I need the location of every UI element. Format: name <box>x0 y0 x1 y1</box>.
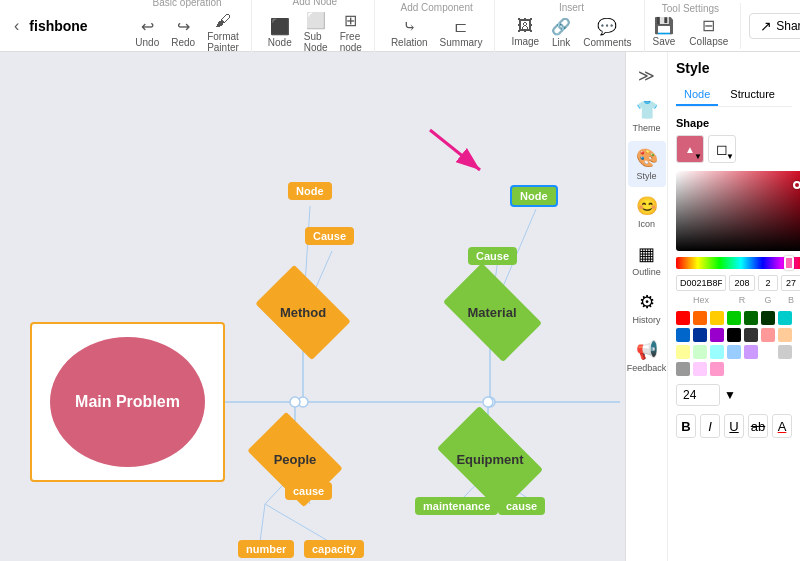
color-swatch[interactable] <box>710 328 724 342</box>
font-size-down-icon[interactable]: ▼ <box>724 388 736 402</box>
color-swatch[interactable] <box>693 345 707 359</box>
strikethrough-button[interactable]: ab <box>748 414 768 438</box>
undo-button[interactable]: ↩ Undo <box>131 15 163 50</box>
image-button[interactable]: 🖼 Image <box>507 15 543 49</box>
cause1-label: Cause <box>313 230 346 242</box>
share-button[interactable]: ↗ Share <box>749 13 800 39</box>
node-button[interactable]: ⬛ Node <box>264 15 296 50</box>
cause4-node[interactable]: cause <box>498 497 545 515</box>
color-swatch[interactable] <box>761 328 775 342</box>
b-input[interactable] <box>781 275 800 291</box>
color-swatch[interactable] <box>761 345 775 359</box>
node2-node[interactable]: Node <box>510 185 558 207</box>
font-color-button[interactable]: A <box>772 414 792 438</box>
add-component-label: Add Component <box>401 2 473 13</box>
collapse-label: Collapse <box>689 36 728 47</box>
panel-tabs: Node Structure <box>676 84 792 107</box>
history-icon: ⚙ <box>639 291 655 313</box>
color-swatch[interactable] <box>710 311 724 325</box>
underline-button[interactable]: U <box>724 414 744 438</box>
redo-button[interactable]: ↪ Redo <box>167 15 199 50</box>
color-swatch[interactable] <box>778 345 792 359</box>
color-swatch[interactable] <box>676 311 690 325</box>
capacity-label: capacity <box>312 543 356 555</box>
collapse-button[interactable]: ⊟ Collapse <box>685 14 732 49</box>
color-swatch[interactable] <box>676 345 690 359</box>
hex-label: Hex <box>676 295 726 305</box>
tab-structure[interactable]: Structure <box>722 84 783 106</box>
free-node-button[interactable]: ⊞ Free node <box>336 9 366 55</box>
hex-input[interactable] <box>676 275 726 291</box>
color-swatch[interactable] <box>744 345 758 359</box>
color-spectrum[interactable] <box>676 257 800 269</box>
cause1-node[interactable]: Cause <box>305 227 354 245</box>
back-button[interactable]: ‹ <box>8 13 25 39</box>
bold-button[interactable]: B <box>676 414 696 438</box>
color-swatch[interactable] <box>693 362 707 376</box>
canvas[interactable]: Main Problem Method Material People Equi… <box>0 52 625 561</box>
format-painter-icon: 🖌 <box>215 12 231 30</box>
panel-icon-theme[interactable]: 👕 Theme <box>628 93 666 139</box>
panel-icon-icon[interactable]: 😊 Icon <box>628 189 666 235</box>
material-node[interactable]: Material <box>432 277 552 347</box>
color-swatch[interactable] <box>676 328 690 342</box>
color-swatch[interactable] <box>761 311 775 325</box>
color-swatch[interactable] <box>744 328 758 342</box>
icon-icon: 😊 <box>636 195 658 217</box>
panel-icon-style[interactable]: 🎨 Style <box>628 141 666 187</box>
italic-button[interactable]: I <box>700 414 720 438</box>
sub-node-button[interactable]: ⬜ Sub Node <box>300 9 332 55</box>
color-picker-area[interactable] <box>676 171 800 251</box>
panel-expand-button[interactable]: ≫ <box>632 60 661 91</box>
cause3-node[interactable]: cause <box>285 482 332 500</box>
link-button[interactable]: 🔗 Link <box>547 15 575 50</box>
font-style-row: B I U ab A <box>676 414 792 438</box>
save-button[interactable]: 💾 Save <box>649 14 680 49</box>
redo-label: Redo <box>171 37 195 48</box>
panel-icon-history[interactable]: ⚙ History <box>628 285 666 331</box>
color-swatch[interactable] <box>744 311 758 325</box>
fill-color-button[interactable]: ▲ ▼ <box>676 135 704 163</box>
r-input[interactable] <box>729 275 755 291</box>
equipment-node[interactable]: Equipment <box>425 424 555 494</box>
capacity-node[interactable]: capacity <box>304 540 364 558</box>
sub-node-label: Sub Node <box>304 31 328 53</box>
color-swatch[interactable] <box>727 345 741 359</box>
color-swatch[interactable] <box>710 362 724 376</box>
color-swatch[interactable] <box>727 328 741 342</box>
link-icon: 🔗 <box>551 17 571 36</box>
color-swatch[interactable] <box>727 311 741 325</box>
arrow-indicator <box>420 120 500 183</box>
node-label: Node <box>268 37 292 48</box>
border-color-button[interactable]: ◻ ▼ <box>708 135 736 163</box>
font-size-input[interactable] <box>676 384 720 406</box>
node1-node[interactable]: Node <box>288 182 332 200</box>
tab-node[interactable]: Node <box>676 84 718 106</box>
relation-button[interactable]: ⤷ Relation <box>387 15 432 50</box>
panel-icon-outline[interactable]: ▦ Outline <box>628 237 666 283</box>
maintenance-node[interactable]: maintenance <box>415 497 498 515</box>
basic-op-items: ↩ Undo ↪ Redo 🖌 Format Painter <box>131 10 243 55</box>
color-swatch[interactable] <box>778 311 792 325</box>
color-swatch[interactable] <box>693 328 707 342</box>
g-input[interactable] <box>758 275 778 291</box>
format-painter-button[interactable]: 🖌 Format Painter <box>203 10 243 55</box>
panel-content: Style Node Structure Shape ▲ ▼ ◻ ▼ <box>668 52 800 561</box>
panel-icon-feedback[interactable]: 📢 Feedback <box>628 333 666 379</box>
basic-op-label: Basic operation <box>153 0 222 8</box>
color-swatch[interactable] <box>693 311 707 325</box>
method-node[interactable]: Method <box>248 277 358 347</box>
number-node[interactable]: number <box>238 540 294 558</box>
summary-button[interactable]: ⊏ Summary <box>436 15 487 50</box>
comments-button[interactable]: 💬 Comments <box>579 15 635 50</box>
color-swatch[interactable] <box>778 328 792 342</box>
color-swatch[interactable] <box>710 345 724 359</box>
toolbar-group-basic: Basic operation ↩ Undo ↪ Redo 🖌 Format P… <box>123 0 252 57</box>
color-swatch[interactable] <box>676 362 690 376</box>
theme-icon: 👕 <box>636 99 658 121</box>
svg-line-11 <box>265 504 330 542</box>
main-problem-box[interactable]: Main Problem <box>30 322 225 482</box>
main-content: Main Problem Method Material People Equi… <box>0 52 800 561</box>
cause2-node[interactable]: Cause <box>468 247 517 265</box>
color-picker-cursor <box>793 181 800 189</box>
